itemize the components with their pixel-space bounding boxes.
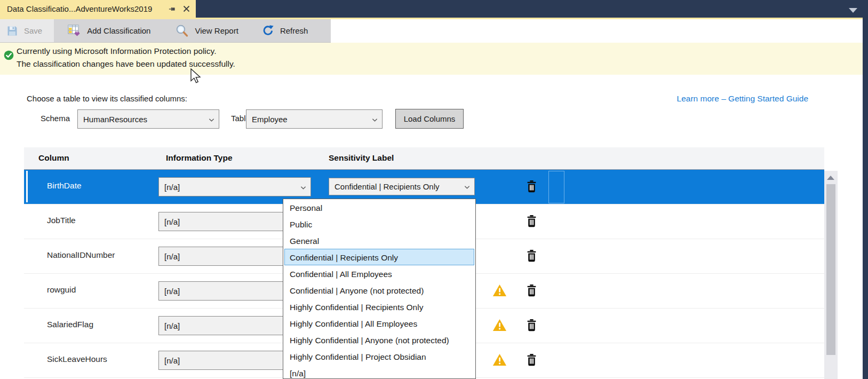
pin-icon[interactable] xyxy=(168,4,177,14)
delete-classification-icon[interactable] xyxy=(526,319,537,334)
schema-label: Schema xyxy=(41,114,70,123)
dropdown-option[interactable]: Confidential | Recipients Only xyxy=(284,249,474,265)
sensitivity-combo-value: Confidential | Recipients Only xyxy=(335,182,440,191)
dropdown-option[interactable]: Confidential | All Employees xyxy=(283,265,475,282)
mouse-cursor xyxy=(190,68,202,86)
chevron-down-icon xyxy=(300,183,306,192)
dropdown-option[interactable]: Highly Confidential | Project Obsidian xyxy=(283,348,475,365)
view-report-button[interactable]: View Report xyxy=(166,19,246,42)
dropdown-option[interactable]: Public xyxy=(283,216,475,232)
dropdown-option[interactable]: Highly Confidential | Anyone (not protec… xyxy=(283,331,475,348)
chevron-down-icon xyxy=(372,115,378,124)
choose-table-prompt: Choose a table to view its classified co… xyxy=(27,94,187,103)
dropdown-option[interactable]: General xyxy=(283,232,475,249)
toolbar: Save Add Classification xyxy=(0,19,331,43)
focus-box xyxy=(548,171,564,203)
information-type-combo-value: [n/a] xyxy=(164,183,180,192)
sensitivity-dropdown-popup: PersonalPublicGeneralConfidential | Reci… xyxy=(283,199,476,379)
dropdown-option[interactable]: Highly Confidential | All Employees xyxy=(283,315,475,331)
tab-title: Data Classificatio...AdventureWorks2019 xyxy=(7,4,168,13)
information-type-combo-value: [n/a] xyxy=(164,356,180,365)
selection-stripe xyxy=(26,171,28,202)
add-classification-button[interactable]: Add Classification xyxy=(59,19,159,42)
chevron-down-icon xyxy=(464,182,470,191)
success-check-icon xyxy=(4,50,14,62)
view-report-icon xyxy=(175,24,189,37)
information-type-combo-value: [n/a] xyxy=(164,321,180,330)
document-list-chevron-icon[interactable] xyxy=(849,8,857,13)
table-dropdown[interactable]: Employee xyxy=(246,109,383,129)
dropdown-option[interactable]: Personal xyxy=(283,199,475,216)
dropdown-option[interactable]: Confidential | Anyone (not protected) xyxy=(283,282,475,298)
header-information-type: Information Type xyxy=(166,153,233,163)
vertical-scrollbar[interactable] xyxy=(824,171,838,379)
information-type-combo-value: [n/a] xyxy=(164,217,180,226)
refresh-button[interactable]: Refresh xyxy=(253,19,317,42)
warning-icon xyxy=(492,353,507,368)
document-tab-strip: Data Classificatio...AdventureWorks2019 xyxy=(0,0,863,19)
warning-icon xyxy=(492,284,507,299)
schema-dropdown[interactable]: HumanResources xyxy=(77,109,219,129)
chevron-down-icon xyxy=(209,115,214,124)
delete-classification-icon[interactable] xyxy=(526,215,537,230)
dropdown-option[interactable]: [n/a] xyxy=(283,365,475,379)
dropdown-option[interactable]: Highly Confidential | Recipients Only xyxy=(283,298,475,315)
delete-classification-icon[interactable] xyxy=(526,285,537,299)
warning-icon xyxy=(492,319,507,334)
delete-classification-icon[interactable] xyxy=(526,250,537,264)
information-type-combo[interactable]: [n/a] xyxy=(158,177,311,196)
view-report-label: View Report xyxy=(195,26,238,35)
row-column-label: JobTitle xyxy=(47,216,76,225)
scrollbar-up-arrow-icon[interactable] xyxy=(827,176,834,180)
info-bar-line1: Currently using Microsoft Information Pr… xyxy=(17,46,216,56)
save-button[interactable]: Save xyxy=(0,19,54,42)
add-classification-label: Add Classification xyxy=(87,26,150,35)
table-dropdown-value: Employee xyxy=(252,115,288,124)
load-columns-label: Load Columns xyxy=(404,114,456,123)
delete-classification-icon[interactable] xyxy=(526,180,537,195)
row-column-label: rowguid xyxy=(47,285,76,295)
information-type-combo-value: [n/a] xyxy=(164,252,180,261)
schema-dropdown-value: HumanResources xyxy=(83,115,147,124)
grid-header: Column Information Type Sensitivity Labe… xyxy=(24,147,824,170)
delete-classification-icon[interactable] xyxy=(526,354,537,368)
info-bar: Currently using Microsoft Information Pr… xyxy=(0,43,863,75)
header-sensitivity-label: Sensitivity Label xyxy=(329,153,394,163)
header-column: Column xyxy=(38,153,69,163)
scrollbar-thumb[interactable] xyxy=(826,184,835,355)
window-edge xyxy=(863,0,868,379)
save-icon xyxy=(6,25,18,37)
tab-data-classification[interactable]: Data Classificatio...AdventureWorks2019 xyxy=(0,0,196,18)
row-column-label: SickLeaveHours xyxy=(47,354,107,364)
info-bar-line2: The classification changes have been upd… xyxy=(17,59,235,69)
ssms-data-classification-window: Data Classificatio...AdventureWorks2019 xyxy=(0,0,868,379)
close-icon[interactable] xyxy=(181,4,191,14)
learn-more-link[interactable]: Learn more – Getting Started Guide xyxy=(677,94,808,104)
information-type-combo-value: [n/a] xyxy=(164,287,180,296)
row-column-label: SalariedFlag xyxy=(47,320,93,329)
add-classification-icon xyxy=(68,25,81,37)
row-column-label: NationalIDNumber xyxy=(47,250,115,260)
sensitivity-combo[interactable]: Confidential | Recipients Only xyxy=(329,178,475,195)
row-column-label: BirthDate xyxy=(47,181,82,191)
refresh-label: Refresh xyxy=(280,26,308,35)
load-columns-button[interactable]: Load Columns xyxy=(395,109,464,129)
save-label: Save xyxy=(24,26,42,35)
refresh-icon xyxy=(262,25,274,37)
